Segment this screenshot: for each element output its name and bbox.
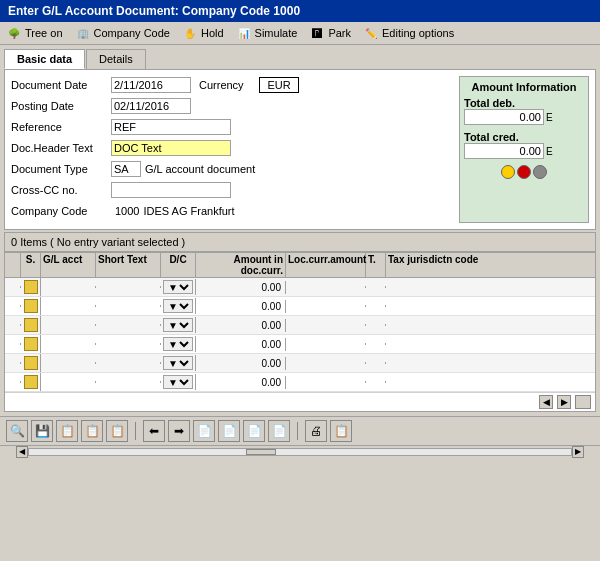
tab-details[interactable]: Details xyxy=(86,49,146,69)
toolbar-park[interactable]: 🅿 Park xyxy=(309,25,351,41)
row-status-btn[interactable] xyxy=(24,318,38,332)
bottom-btn-doc2[interactable]: 📄 xyxy=(218,420,240,442)
row-check xyxy=(5,381,21,383)
toolbar-tree-label: Tree on xyxy=(25,27,63,39)
row-status-btn[interactable] xyxy=(24,356,38,370)
row-status-btn[interactable] xyxy=(24,299,38,313)
light-red xyxy=(517,165,531,179)
bottom-btn-extra[interactable]: 📋 xyxy=(330,420,352,442)
nav-left-btn[interactable]: ◀ xyxy=(539,395,553,409)
row-gl[interactable] xyxy=(41,286,96,288)
scroll-left-btn[interactable]: ◀ xyxy=(16,446,28,458)
bottom-btn-prev[interactable]: ⬅ xyxy=(143,420,165,442)
row-gl[interactable] xyxy=(41,305,96,307)
row-dc[interactable]: ▼ xyxy=(161,317,196,333)
bottom-btn-print[interactable]: 🖨 xyxy=(305,420,327,442)
total-cred-label: Total cred. xyxy=(464,131,584,143)
doc-header-input[interactable] xyxy=(111,140,231,156)
bottom-btn-copy3[interactable]: 📋 xyxy=(106,420,128,442)
scroll-right-btn[interactable]: ▶ xyxy=(572,446,584,458)
row-gl[interactable] xyxy=(41,381,96,383)
row-status-btn[interactable] xyxy=(24,337,38,351)
row-dc-select[interactable]: ▼ xyxy=(163,318,193,332)
document-type-label: Document Type xyxy=(11,163,111,175)
row-status-btn[interactable] xyxy=(24,280,38,294)
nav-square-btn[interactable] xyxy=(575,395,591,409)
row-dc[interactable]: ▼ xyxy=(161,374,196,390)
row-loc xyxy=(286,362,366,364)
row-t xyxy=(366,381,386,383)
header-loc-amount: Loc.curr.amount xyxy=(286,253,366,277)
row-t xyxy=(366,343,386,345)
row-s xyxy=(21,316,41,334)
table-row: ▼ 0.00 xyxy=(5,335,595,354)
document-date-input[interactable] xyxy=(111,77,191,93)
bottom-btn-doc3[interactable]: 📄 xyxy=(243,420,265,442)
row-short[interactable] xyxy=(96,362,161,364)
bottom-btn-copy1[interactable]: 📋 xyxy=(56,420,78,442)
total-cred-input[interactable] xyxy=(464,143,544,159)
scroll-thumb[interactable] xyxy=(246,449,276,455)
row-short[interactable] xyxy=(96,324,161,326)
header-gl-acct: G/L acct xyxy=(41,253,96,277)
row-tax xyxy=(386,362,595,364)
currency-input[interactable] xyxy=(259,77,299,93)
cross-cc-input[interactable] xyxy=(111,182,231,198)
horizontal-scrollbar[interactable]: ◀ ▶ xyxy=(0,445,600,457)
row-gl[interactable] xyxy=(41,343,96,345)
traffic-lights xyxy=(464,165,584,179)
row-short[interactable] xyxy=(96,286,161,288)
nav-right-btn[interactable]: ▶ xyxy=(557,395,571,409)
simulate-icon: 📊 xyxy=(236,25,252,41)
toolbar-editing[interactable]: ✏️ Editing options xyxy=(363,25,454,41)
bottom-toolbar: 🔍 💾 📋 📋 📋 ⬅ ➡ 📄 📄 📄 📄 🖨 📋 xyxy=(0,416,600,445)
row-status-btn[interactable] xyxy=(24,375,38,389)
row-short[interactable] xyxy=(96,343,161,345)
toolbar-hold[interactable]: ✋ Hold xyxy=(182,25,224,41)
row-loc xyxy=(286,324,366,326)
row-dc[interactable]: ▼ xyxy=(161,355,196,371)
row-dc-select[interactable]: ▼ xyxy=(163,280,193,294)
toolbar-separator2 xyxy=(297,422,298,440)
row-amount: 0.00 xyxy=(196,376,286,389)
light-gray xyxy=(533,165,547,179)
row-dc-select[interactable]: ▼ xyxy=(163,337,193,351)
row-s xyxy=(21,354,41,372)
toolbar-simulate[interactable]: 📊 Simulate xyxy=(236,25,298,41)
cross-cc-label: Cross-CC no. xyxy=(11,184,111,196)
tab-bar: Basic data Details xyxy=(4,49,596,69)
tab-basic-data[interactable]: Basic data xyxy=(4,49,85,69)
toolbar-tree[interactable]: 🌳 Tree on xyxy=(6,25,63,41)
document-type-input[interactable] xyxy=(111,161,141,177)
row-dc[interactable]: ▼ xyxy=(161,336,196,352)
row-loc xyxy=(286,381,366,383)
row-t xyxy=(366,324,386,326)
bottom-btn-search[interactable]: 🔍 xyxy=(6,420,28,442)
bottom-btn-save[interactable]: 💾 xyxy=(31,420,53,442)
row-dc-select[interactable]: ▼ xyxy=(163,356,193,370)
toolbar-hold-label: Hold xyxy=(201,27,224,39)
row-short[interactable] xyxy=(96,381,161,383)
items-count-text: 0 Items ( No entry variant selected ) xyxy=(11,236,185,248)
row-dc[interactable]: ▼ xyxy=(161,298,196,314)
row-dc[interactable]: ▼ xyxy=(161,279,196,295)
bottom-btn-next[interactable]: ➡ xyxy=(168,420,190,442)
row-check xyxy=(5,286,21,288)
reference-input[interactable] xyxy=(111,119,231,135)
row-short[interactable] xyxy=(96,305,161,307)
scroll-track[interactable] xyxy=(28,448,572,456)
total-deb-input[interactable] xyxy=(464,109,544,125)
row-gl[interactable] xyxy=(41,324,96,326)
toolbar-company[interactable]: 🏢 Company Code xyxy=(75,25,170,41)
header-amount: Amount in doc.curr. xyxy=(196,253,286,277)
bottom-btn-copy2[interactable]: 📋 xyxy=(81,420,103,442)
posting-date-input[interactable] xyxy=(111,98,191,114)
bottom-btn-doc4[interactable]: 📄 xyxy=(268,420,290,442)
posting-date-row: Posting Date xyxy=(11,97,451,115)
row-dc-select[interactable]: ▼ xyxy=(163,375,193,389)
form-panel: Document Date Currency Posting Date Refe… xyxy=(4,69,596,230)
bottom-btn-doc1[interactable]: 📄 xyxy=(193,420,215,442)
toolbar-simulate-label: Simulate xyxy=(255,27,298,39)
row-dc-select[interactable]: ▼ xyxy=(163,299,193,313)
row-gl[interactable] xyxy=(41,362,96,364)
